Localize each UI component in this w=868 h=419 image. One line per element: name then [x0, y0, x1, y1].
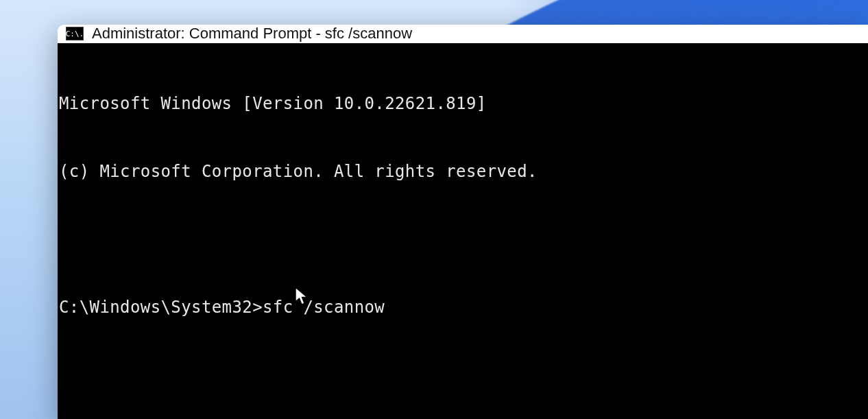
command-prompt-icon: C:\. [66, 27, 84, 40]
terminal-line: C:\Windows\System32>sfc /scannow [59, 296, 867, 319]
titlebar[interactable]: C:\. Administrator: Command Prompt - sfc… [58, 25, 868, 43]
window-title: Administrator: Command Prompt - sfc /sca… [92, 25, 412, 43]
terminal-line [59, 364, 867, 387]
command-prompt-window: C:\. Administrator: Command Prompt - sfc… [58, 25, 868, 419]
terminal-output[interactable]: Microsoft Windows [Version 10.0.22621.81… [58, 43, 868, 419]
terminal-line: (c) Microsoft Corporation. All rights re… [59, 160, 867, 183]
terminal-line: Microsoft Windows [Version 10.0.22621.81… [59, 93, 867, 115]
terminal-line [59, 228, 867, 251]
